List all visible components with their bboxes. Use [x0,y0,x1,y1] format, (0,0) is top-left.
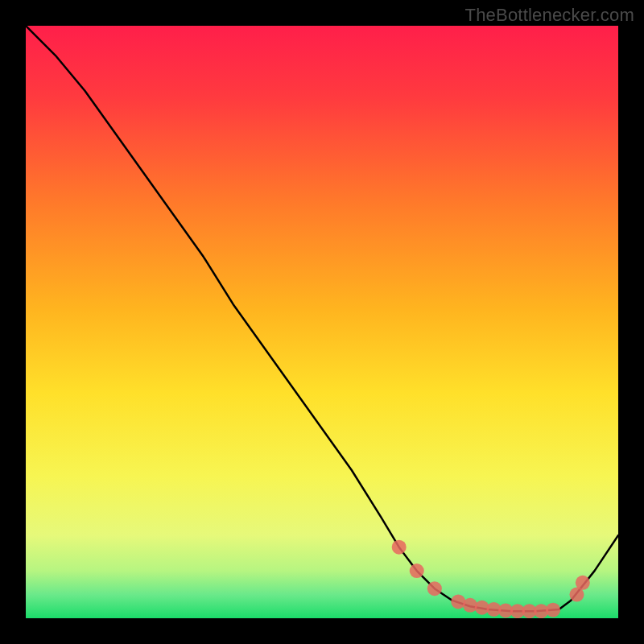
watermark-text: TheBottlenecker.com [465,5,634,26]
data-marker [427,581,442,596]
plot-svg [26,26,618,618]
data-marker [392,540,407,555]
plot-area [26,26,618,618]
data-marker [546,603,560,617]
chart-frame: TheBottlenecker.com [0,0,644,644]
gradient-bg [26,26,618,618]
data-marker [410,564,424,578]
data-marker [576,576,590,590]
